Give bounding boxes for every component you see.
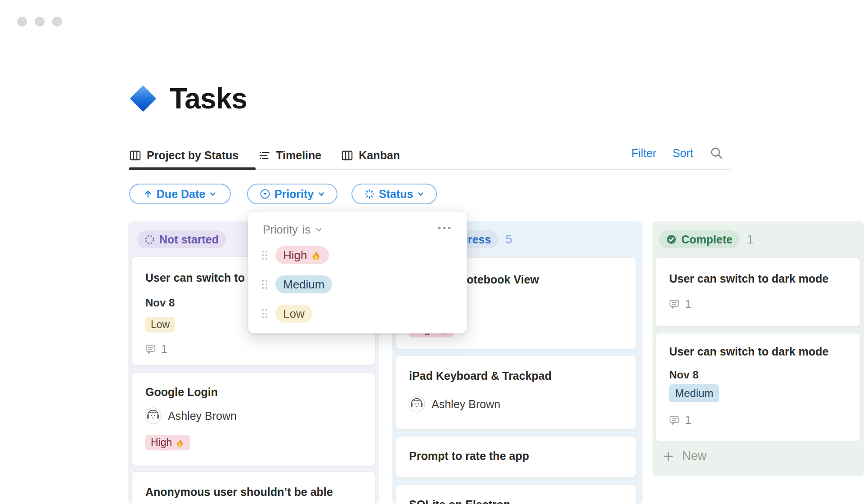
priority-tag-high: High [145, 435, 190, 450]
column-count: 1 [747, 233, 754, 247]
priority-option-low[interactable]: Low [262, 305, 312, 323]
minimize-button[interactable] [35, 17, 45, 27]
page-header: Tasks [130, 82, 247, 115]
status-pill-complete[interactable]: Complete [659, 230, 740, 248]
comment-count: 1 [668, 297, 691, 310]
board-view-icon [341, 149, 353, 162]
task-card[interactable]: User can switch to dark mode Nov 8 Mediu… [655, 333, 860, 442]
dropdown-field: Priority [263, 223, 298, 236]
dropdown-operator: is [302, 223, 310, 236]
card-title: User can switch to dark mode [669, 272, 828, 285]
add-new-card-button[interactable]: New [662, 449, 706, 463]
card-due-date: Nov 8 [145, 297, 175, 309]
close-button[interactable] [17, 17, 27, 27]
task-card[interactable]: Google Login Ashley Brown High [131, 373, 375, 466]
pill-label: Due Date [157, 188, 205, 201]
comment-icon [144, 343, 157, 355]
board-view-icon [129, 149, 141, 162]
tab-label: Timeline [276, 149, 321, 162]
comment-number: 1 [685, 414, 691, 427]
dashed-circle-icon [144, 234, 155, 245]
status-pill-not-started[interactable]: Not started [137, 230, 226, 248]
blue-diamond-icon [130, 86, 156, 112]
comment-count: 1 [668, 414, 691, 427]
priority-tag-low: Low [145, 317, 175, 333]
assignee: Ashley Brown [144, 407, 237, 424]
search-icon[interactable] [709, 146, 724, 160]
task-card[interactable]: User can switch to dark mode 1 [655, 257, 860, 327]
tab-kanban[interactable]: Kanban [341, 149, 400, 162]
due-date-filter-pill[interactable]: Due Date [129, 184, 231, 204]
option-label: High [283, 248, 307, 262]
tab-project-by-status[interactable]: Project by Status [129, 149, 238, 162]
column-count: 5 [505, 233, 512, 247]
arrow-up-icon [144, 189, 153, 198]
flame-icon [310, 250, 321, 261]
sort-button[interactable]: Sort [673, 147, 693, 160]
chevron-down-icon [315, 226, 323, 234]
pill-label: Priority [274, 188, 314, 201]
status-filter-pill[interactable]: Status [351, 184, 437, 204]
option-label: Medium [283, 278, 324, 292]
priority-circle-icon [260, 189, 270, 199]
column-label: Not started [159, 233, 219, 246]
chevron-down-icon [318, 190, 325, 198]
task-card[interactable]: iPad Keyboard & Trackpad Ashley Brown [395, 356, 636, 430]
priority-option-high[interactable]: High [262, 246, 329, 264]
drag-handle-icon[interactable] [262, 309, 267, 318]
priority-filter-pill[interactable]: Priority [247, 184, 338, 204]
assignee-name: Ashley Brown [168, 410, 237, 423]
avatar [144, 407, 162, 424]
assignee-name: Ashley Brown [432, 398, 500, 411]
task-card[interactable]: Prompt to rate the app [395, 436, 636, 478]
task-card[interactable]: SQLite on Electron [395, 484, 636, 504]
ellipsis-menu-icon[interactable] [438, 227, 450, 229]
column-label: Complete [681, 233, 733, 246]
column-header: Complete 1 [652, 221, 864, 248]
pill-label: Status [379, 188, 413, 201]
timeline-view-icon [258, 149, 270, 162]
tag-label: Medium [675, 387, 713, 400]
card-title: User can switch to dark mode [669, 345, 828, 358]
flame-icon [175, 438, 184, 447]
avatar [408, 396, 425, 413]
chevron-down-icon [209, 190, 216, 198]
tab-timeline[interactable]: Timeline [258, 149, 321, 162]
status-burst-icon [364, 189, 375, 199]
task-card[interactable]: Anonymous user shouldn’t be able [131, 472, 375, 504]
tag-label: High [151, 436, 172, 449]
plus-icon [662, 450, 674, 462]
comment-number: 1 [685, 297, 691, 310]
view-tabs: Project by Status Timeline Kanban [129, 144, 400, 166]
tag-label: Low [151, 319, 170, 331]
page-title: Tasks [170, 82, 247, 115]
zoom-button[interactable] [52, 17, 62, 27]
comment-icon [668, 414, 680, 426]
new-label: New [682, 449, 706, 463]
card-due-date: Nov 8 [669, 369, 698, 381]
drag-handle-icon[interactable] [262, 280, 267, 289]
dropdown-header[interactable]: Priority is [263, 223, 323, 236]
card-title: Notebook View [459, 273, 539, 286]
card-title: iPad Keyboard & Trackpad [409, 369, 552, 382]
comment-count: 1 [144, 342, 167, 356]
comment-number: 1 [161, 342, 167, 356]
tab-label: Kanban [359, 149, 400, 162]
option-label: Low [283, 307, 305, 321]
card-title: SQLite on Electron [409, 498, 510, 504]
active-tab-underline [129, 167, 256, 170]
priority-tag-medium: Medium [669, 384, 719, 402]
priority-filter-dropdown: Priority is High [248, 211, 467, 333]
check-circle-icon [666, 234, 677, 245]
card-title: Google Login [145, 386, 218, 399]
card-title: Anonymous user shouldn’t be able [145, 486, 333, 499]
card-title: Prompt to rate the app [409, 450, 529, 463]
priority-option-medium[interactable]: Medium [262, 275, 332, 293]
comment-icon [668, 298, 680, 310]
filter-button[interactable]: Filter [631, 147, 657, 160]
chevron-down-icon [417, 190, 424, 198]
assignee: Ashley Brown [408, 396, 500, 413]
drag-handle-icon[interactable] [262, 251, 267, 260]
view-actions: Filter Sort [631, 146, 724, 160]
tab-label: Project by Status [147, 149, 238, 162]
